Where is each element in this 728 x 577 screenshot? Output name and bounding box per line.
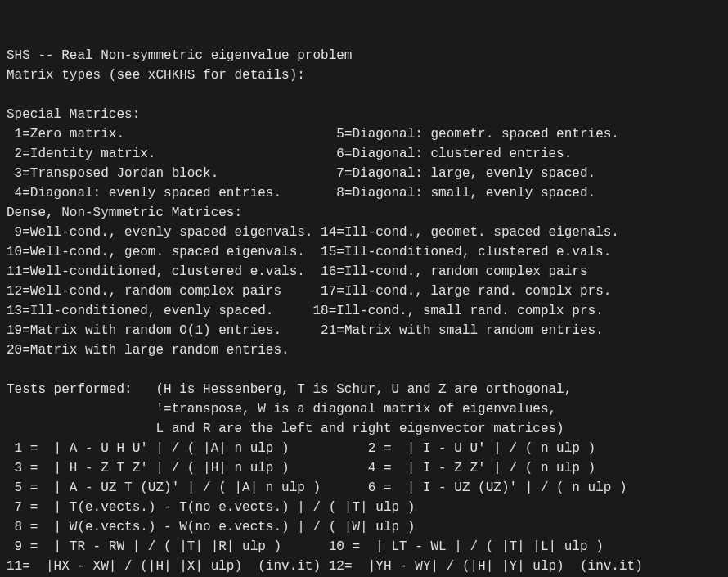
test-row: 5 = | A - UZ T (UZ)' | / ( |A| n ulp ) 6… [7,480,627,495]
test-row: 1 = | A - U H U' | / ( |A| n ulp ) 2 = |… [7,441,595,456]
matrix-type-row: 20=Matrix with large random entries. [7,343,290,358]
matrix-type-row: 4=Diagonal: evenly spaced entries. 8=Dia… [7,186,595,201]
test-row: 11= |HX - XW| / (|H| |X| ulp) (inv.it) 1… [7,559,643,574]
matrix-type-row: 10=Well-cond., geom. spaced eigenvals. 1… [7,245,611,259]
subtitle-line: Matrix types (see xCHKHS for details): [7,68,305,83]
matrix-type-row: 9=Well-cond., evenly spaced eigenvals. 1… [7,225,619,240]
matrix-type-row: 19=Matrix with random O(1) entries. 21=M… [7,323,604,338]
matrix-type-row: 13=Ill-conditioned, evenly spaced. 18=Il… [7,304,604,318]
matrix-type-row: 3=Transposed Jordan block. 7=Diagonal: l… [7,166,595,181]
test-row: 9 = | TR - RW | / ( |T| |R| ulp ) 10 = |… [7,539,604,554]
tests-line3: L and R are the left and right eigenvect… [7,421,564,436]
matrix-type-row: 1=Zero matrix. 5=Diagonal: geometr. spac… [7,127,619,142]
tests-header: Tests performed: (H is Hessenberg, T is … [7,382,572,397]
special-header: Special Matrices: [7,107,140,122]
matrix-type-row: 2=Identity matrix. 6=Diagonal: clustered… [7,147,572,161]
dense-header: Dense, Non-Symmetric Matrices: [7,205,242,220]
matrix-type-row: 11=Well-conditioned, clustered e.vals. 1… [7,264,588,279]
test-row: 8 = | W(e.vects.) - W(no e.vects.) | / (… [7,520,415,534]
test-row: 3 = | H - Z T Z' | / ( |H| n ulp ) 4 = |… [7,461,595,476]
matrix-type-row: 12=Well-cond., random complex pairs 17=I… [7,284,611,299]
title-line: SHS -- Real Non-symmetric eigenvalue pro… [7,48,352,63]
tests-line2: '=transpose, W is a diagonal matrix of e… [7,402,556,417]
test-row: 7 = | T(e.vects.) - T(no e.vects.) | / (… [7,500,415,515]
